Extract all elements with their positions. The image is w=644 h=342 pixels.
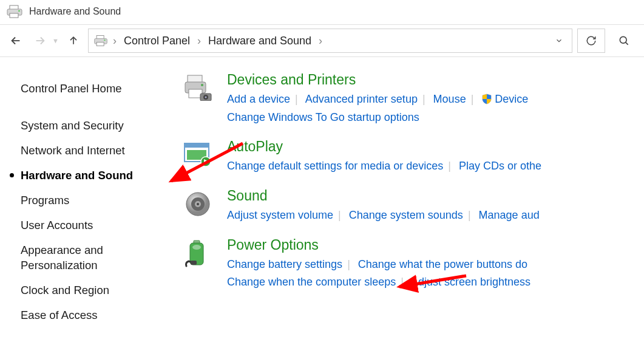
svg-point-15	[205, 97, 207, 98]
breadcrumb-control-panel[interactable]: Control Panel	[121, 35, 192, 47]
sidebar-item-network-internet[interactable]: Network and Internet	[21, 139, 182, 163]
link-computer-sleeps[interactable]: Change when the computer sleeps	[227, 276, 396, 288]
category-title-autoplay[interactable]: AutoPlay	[227, 139, 283, 155]
sidebar-item-ease-of-access[interactable]: Ease of Access	[21, 303, 182, 328]
svg-rect-17	[185, 143, 209, 148]
svg-point-8	[620, 36, 626, 43]
sidebar-item-appearance-personalization[interactable]: Appearance and Personalization	[21, 238, 182, 278]
svg-point-23	[197, 203, 199, 205]
recent-dropdown-icon[interactable]: ▼	[52, 37, 59, 44]
address-bar-icon	[93, 35, 108, 47]
sidebar-item-system-security[interactable]: System and Security	[21, 114, 182, 139]
sidebar-item-user-accounts[interactable]: User Accounts	[21, 213, 182, 238]
categories-list: Devices and Printers Add a device| Advan…	[182, 68, 644, 328]
printer-window-icon	[6, 5, 23, 18]
sidebar-item-hardware-sound[interactable]: Hardware and Sound	[21, 163, 182, 188]
svg-rect-27	[191, 261, 197, 265]
link-play-cds[interactable]: Play CDs or othe	[459, 160, 541, 172]
link-advanced-printer-setup[interactable]: Advanced printer setup	[305, 93, 418, 105]
link-power-buttons[interactable]: Change what the power buttons do	[358, 258, 527, 270]
search-button[interactable]	[610, 29, 638, 53]
link-manage-audio[interactable]: Manage aud	[479, 209, 540, 221]
svg-rect-3	[18, 10, 20, 12]
nav-up-button[interactable]	[64, 31, 83, 50]
uac-shield-icon	[481, 94, 492, 104]
battery-icon	[182, 239, 214, 271]
link-change-sounds[interactable]: Change system sounds	[349, 209, 463, 221]
content-area: Control Panel Home System and Security N…	[0, 57, 644, 328]
link-windows-to-go[interactable]: Change Windows To Go startup options	[227, 111, 419, 123]
title-bar: Hardware and Sound	[0, 0, 644, 24]
sidebar-item-clock-region[interactable]: Clock and Region	[21, 278, 182, 303]
link-screen-brightness[interactable]: Adjust screen brightness	[411, 276, 530, 288]
address-dropdown-button[interactable]	[551, 36, 567, 45]
address-bar[interactable]: › Control Panel › Hardware and Sound ›	[88, 29, 572, 53]
chevron-right-icon[interactable]: ›	[319, 35, 322, 47]
refresh-button[interactable]	[577, 29, 605, 53]
svg-point-12	[201, 84, 203, 86]
autoplay-icon	[182, 141, 214, 173]
svg-rect-6	[97, 43, 104, 46]
category-devices-printers: Devices and Printers Add a device| Advan…	[182, 72, 644, 126]
category-title-sound[interactable]: Sound	[227, 188, 268, 204]
toolbar: ▼ › Control Panel › Hardware and Sound ›	[0, 24, 644, 57]
speaker-icon	[182, 190, 214, 222]
printer-icon	[182, 74, 214, 106]
svg-rect-2	[10, 13, 18, 18]
sidebar-item-programs[interactable]: Programs	[21, 188, 182, 213]
link-device-manager[interactable]: Device	[495, 93, 528, 105]
link-adjust-volume[interactable]: Adjust system volume	[227, 209, 333, 221]
link-mouse[interactable]: Mouse	[433, 93, 466, 105]
window-title: Hardware and Sound	[29, 6, 121, 17]
svg-rect-7	[104, 39, 106, 41]
link-add-device[interactable]: Add a device	[227, 93, 290, 105]
category-title-devices-printers[interactable]: Devices and Printers	[227, 72, 356, 88]
category-title-power-options[interactable]: Power Options	[227, 237, 319, 253]
category-power-options: Power Options Change battery settings| C…	[182, 237, 644, 292]
nav-back-button[interactable]	[6, 31, 25, 50]
svg-point-26	[192, 245, 201, 250]
sidebar: Control Panel Home System and Security N…	[0, 68, 182, 328]
category-sound: Sound Adjust system volume| Change syste…	[182, 188, 644, 225]
link-change-media-defaults[interactable]: Change default settings for media or dev…	[227, 160, 443, 172]
chevron-right-icon[interactable]: ›	[113, 35, 117, 47]
category-autoplay: AutoPlay Change default settings for med…	[182, 139, 644, 176]
link-change-battery[interactable]: Change battery settings	[227, 258, 342, 270]
chevron-right-icon[interactable]: ›	[197, 35, 201, 47]
sidebar-home[interactable]: Control Panel Home	[21, 77, 182, 101]
nav-forward-button	[30, 31, 50, 50]
breadcrumb-hardware-sound[interactable]: Hardware and Sound	[206, 35, 314, 47]
